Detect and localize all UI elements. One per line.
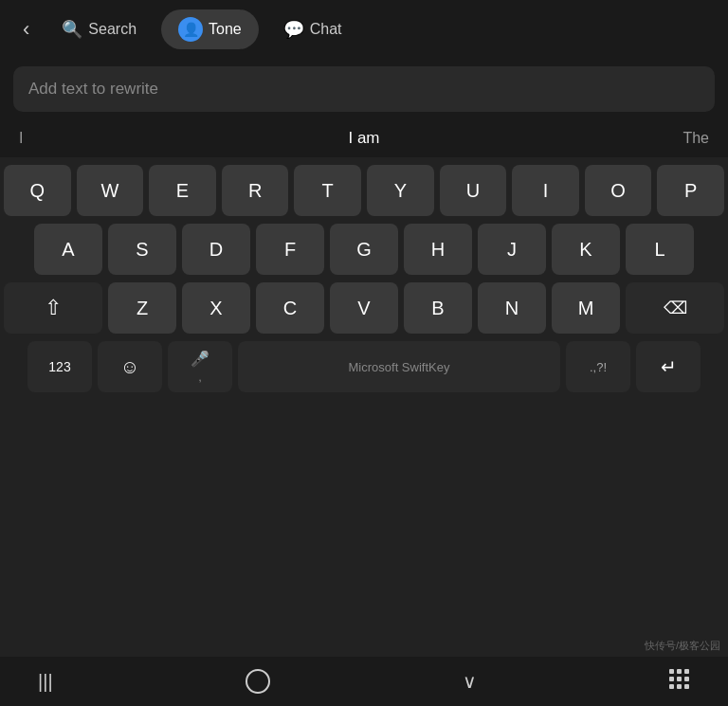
key-v[interactable]: V: [330, 282, 398, 334]
shift-key[interactable]: ⇧: [4, 282, 102, 334]
nav-back-icon: ∨: [463, 670, 477, 693]
key-l[interactable]: L: [626, 224, 694, 275]
watermark: 快传号/极客公园: [645, 639, 720, 653]
key-z[interactable]: Z: [108, 282, 176, 334]
search-label: Search: [88, 21, 136, 38]
key-j[interactable]: J: [478, 224, 546, 275]
svg-rect-7: [677, 684, 682, 689]
suggestion-center[interactable]: I am: [249, 129, 480, 148]
key-c[interactable]: C: [256, 282, 324, 334]
keyboard-row-3: ⇧ Z X C V B N M ⌫: [4, 282, 724, 334]
key-r[interactable]: R: [222, 165, 289, 216]
tone-icon: 👤: [178, 17, 203, 42]
key-f[interactable]: F: [256, 224, 324, 275]
key-m[interactable]: M: [552, 282, 620, 334]
chat-icon: 💬: [283, 19, 304, 40]
nav-apps-button[interactable]: [669, 669, 690, 695]
punctuation-key[interactable]: .,?!: [566, 341, 630, 392]
key-w[interactable]: W: [77, 165, 144, 216]
key-u[interactable]: U: [440, 165, 507, 216]
key-q[interactable]: Q: [4, 165, 71, 216]
svg-rect-1: [677, 669, 682, 674]
key-k[interactable]: K: [552, 224, 620, 275]
svg-rect-6: [669, 684, 674, 689]
suggestion-right[interactable]: The: [479, 130, 709, 147]
keyboard-row-1: Q W E R T Y U I O P: [4, 165, 724, 216]
suggestions-row: I I am The: [0, 119, 728, 157]
nav-menu-button[interactable]: |||: [38, 671, 53, 693]
input-placeholder: Add text to rewrite: [28, 80, 158, 98]
nav-back-button[interactable]: ∨: [463, 670, 477, 693]
chat-label: Chat: [310, 21, 342, 38]
key-g[interactable]: G: [330, 224, 398, 275]
keyboard-row-2: A S D F G H J K L: [4, 224, 724, 275]
key-s[interactable]: S: [108, 224, 176, 275]
numbers-key[interactable]: 123: [27, 341, 92, 392]
svg-rect-4: [677, 677, 682, 681]
nav-home-button[interactable]: [246, 669, 270, 694]
bottom-nav: ||| ∨: [0, 657, 728, 706]
svg-rect-3: [669, 677, 674, 681]
key-e[interactable]: E: [149, 165, 216, 216]
emoji-key[interactable]: ☺: [98, 341, 162, 392]
svg-rect-5: [684, 677, 689, 681]
space-key[interactable]: Microsoft SwiftKey: [238, 341, 560, 392]
top-nav: ‹ 🔍 Search 👤 Tone 💬 Chat: [0, 0, 728, 59]
enter-key[interactable]: ↵: [636, 341, 701, 392]
nav-menu-icon: |||: [38, 671, 53, 693]
back-button[interactable]: ‹: [15, 13, 37, 45]
key-b[interactable]: B: [404, 282, 472, 334]
nav-apps-icon: [669, 669, 690, 695]
svg-rect-0: [669, 669, 674, 674]
key-d[interactable]: D: [182, 224, 250, 275]
nav-home-icon: [246, 669, 270, 694]
key-y[interactable]: Y: [367, 165, 434, 216]
key-a[interactable]: A: [34, 224, 102, 275]
mic-key[interactable]: 🎤 ,: [168, 341, 232, 392]
search-tab[interactable]: 🔍 Search: [45, 11, 154, 47]
svg-rect-8: [684, 684, 689, 689]
key-p[interactable]: P: [657, 165, 724, 216]
suggestion-left[interactable]: I: [19, 130, 249, 147]
key-x[interactable]: X: [182, 282, 250, 334]
svg-rect-2: [684, 669, 689, 674]
key-h[interactable]: H: [404, 224, 472, 275]
delete-key[interactable]: ⌫: [626, 282, 724, 334]
key-n[interactable]: N: [478, 282, 546, 334]
search-icon: 🔍: [62, 19, 82, 40]
key-o[interactable]: O: [585, 165, 652, 216]
tone-tab[interactable]: 👤 Tone: [161, 9, 259, 49]
key-i[interactable]: I: [512, 165, 579, 216]
keyboard: Q W E R T Y U I O P A S D F G H J K L ⇧ …: [0, 157, 728, 657]
tone-label: Tone: [209, 21, 242, 38]
chat-tab[interactable]: 💬 Chat: [266, 11, 359, 47]
text-input-area[interactable]: Add text to rewrite: [13, 66, 715, 112]
keyboard-row-4: 123 ☺ 🎤 , Microsoft SwiftKey .,?! ↵: [4, 341, 724, 392]
key-t[interactable]: T: [294, 165, 361, 216]
